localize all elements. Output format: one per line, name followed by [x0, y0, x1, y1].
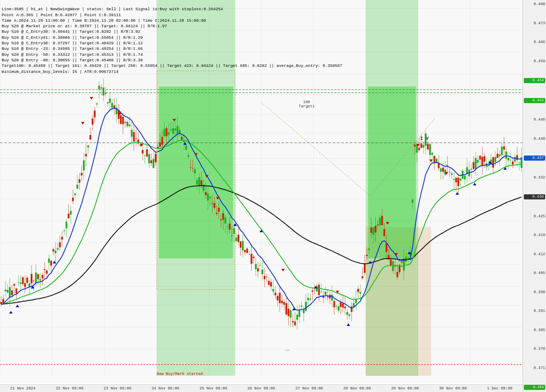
time-label-10: 1 Dec 09:00 [487, 386, 512, 391]
price-0432: 0.432 [524, 176, 545, 180]
price-0466: 0.466 [524, 40, 545, 44]
price-0419: 0.419 [524, 233, 545, 237]
time-label-8: 29 Nov 09:00 [391, 386, 419, 391]
price-0385: 0.385 [524, 328, 545, 332]
price-0480: 0.480 [524, 2, 545, 6]
price-0398: 0.398 [524, 290, 545, 294]
time-label-0: 21 Nov 2024 [10, 386, 35, 391]
time-label-1: 22 Nov 09:00 [56, 386, 84, 391]
price-axis: 0.480 0.473 0.466 0.459 0.454 0.453 0.44… [523, 0, 546, 392]
time-label-9: 30 Nov 09:00 [439, 386, 467, 391]
price-0440: 0.440 [524, 137, 545, 141]
price-0405: 0.405 [524, 271, 545, 275]
chart-container: Line:3505 | h1_at | NewSwingWave | statu… [0, 0, 546, 392]
time-label-2: 23 Nov 09:00 [104, 386, 131, 391]
time-label-5: 26 Nov 09:00 [247, 386, 275, 391]
price-0459: 0.459 [524, 59, 545, 63]
price-0371: 0.371 [524, 366, 545, 370]
time-axis: 21 Nov 202422 Nov 09:0023 Nov 09:0024 No… [0, 384, 523, 392]
price-0454: 0.454 [524, 78, 545, 83]
price-0453: 0.453 [524, 98, 545, 103]
main-chart[interactable] [0, 0, 523, 383]
price-0430: 0.430 [524, 194, 545, 199]
price-0366: 0.366 [524, 385, 545, 390]
price-0412: 0.412 [524, 252, 545, 257]
price-0425: 0.425 [524, 214, 545, 219]
price-0391: 0.391 [524, 309, 545, 313]
price-0378: 0.378 [524, 347, 545, 351]
price-0446: 0.446 [524, 118, 545, 122]
time-label-7: 28 Nov 09:00 [343, 386, 371, 391]
price-0473: 0.473 [524, 21, 545, 26]
time-label-3: 24 Nov 09:00 [151, 386, 179, 391]
time-label-6: 27 Nov 09:00 [295, 386, 323, 391]
price-0437: 0.437 [524, 156, 545, 161]
time-label-4: 25 Nov 09:00 [200, 386, 227, 391]
